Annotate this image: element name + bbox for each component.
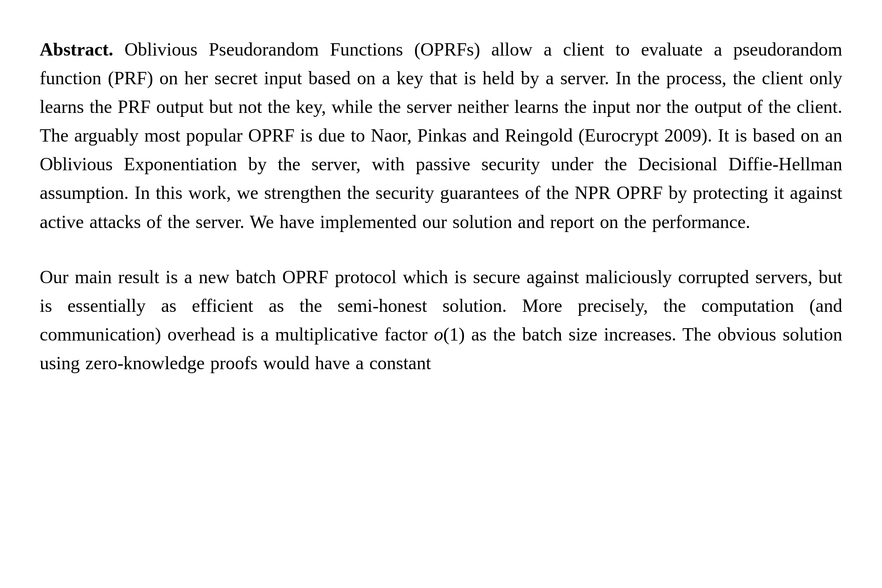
- second-paragraph-text: Our main result is a new batch OPRF prot…: [40, 267, 842, 373]
- page-container: Abstract. Oblivious Pseudorandom Functio…: [0, 0, 882, 588]
- abstract-paragraph: Abstract. Oblivious Pseudorandom Functio…: [40, 35, 842, 236]
- italic-o: o: [434, 324, 443, 345]
- abstract-label: Abstract.: [40, 39, 113, 60]
- second-paragraph: Our main result is a new batch OPRF prot…: [40, 263, 842, 378]
- abstract-text: Oblivious Pseudorandom Functions (OPRFs)…: [40, 39, 842, 232]
- abstract-section: Abstract. Oblivious Pseudorandom Functio…: [40, 35, 842, 236]
- second-section: Our main result is a new batch OPRF prot…: [40, 263, 842, 378]
